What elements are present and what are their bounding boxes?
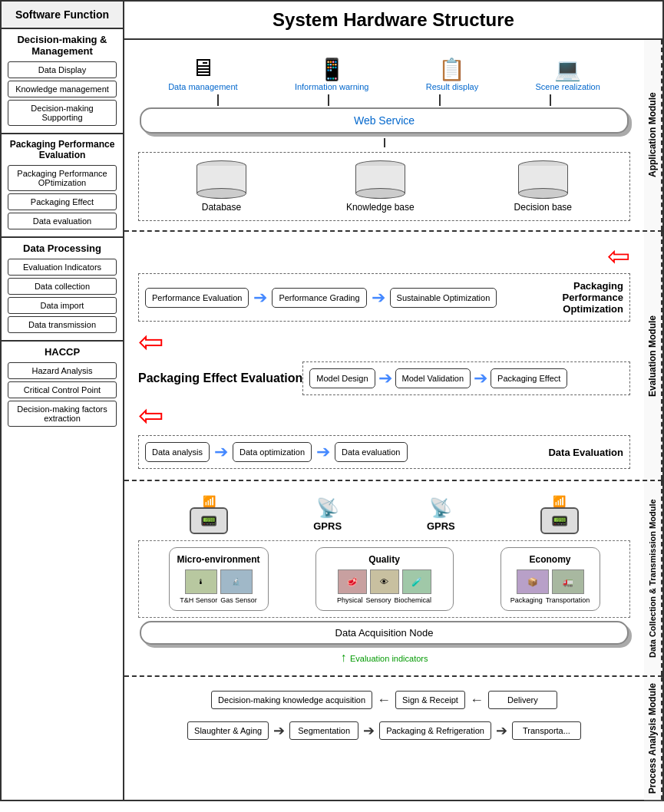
- gprs-tower2: 📡 GPRS: [427, 497, 455, 532]
- microenv-labels: T&H Sensor Gas Sensor: [180, 596, 257, 604]
- process-top-flow: Decision-making knowledge acquisition ← …: [132, 685, 636, 715]
- quality-images: 🥩 👁 🧪: [338, 569, 431, 594]
- perf-flow-row: Performance Evaluation ➔ Performance Gra…: [145, 288, 497, 308]
- red-arrow-top-row: ⇦: [132, 239, 636, 270]
- packaging-performance-title: Packaging Performance Evaluation: [5, 139, 120, 160]
- model-flow-container: Model Design ➔ Model Validation ➔ Packag…: [302, 361, 630, 395]
- phone-icon: 📱: [319, 57, 345, 82]
- main-header: System Hardware Structure: [124, 2, 662, 40]
- sidebar-item-data-import[interactable]: Data import: [8, 297, 117, 314]
- app-icon-scene: 💻 Scene realization: [535, 57, 600, 91]
- monitor-icon: 🖥: [190, 54, 215, 82]
- gas-sensor-img: 🔬: [220, 569, 253, 594]
- packaging-img: 📦: [517, 569, 549, 594]
- red-arrow-left-large2: ⇦: [138, 398, 164, 432]
- data-eval-container: Data analysis ➔ Data optimization ➔ Data…: [138, 435, 630, 469]
- sidebar-item-data-collection[interactable]: Data collection: [8, 278, 117, 295]
- software-function-title: Software Function: [15, 8, 109, 21]
- sidebar-item-data-transmission[interactable]: Data transmission: [8, 316, 117, 333]
- process-analysis-module: Decision-making knowledge acquisition ← …: [124, 677, 662, 800]
- black-arrow-1: ←: [377, 692, 391, 708]
- sidebar-item-packaging-perf-opt[interactable]: Packaging Performance OPtimization: [8, 165, 117, 191]
- gprs-row: 📶 📟 📡 GPRS 📡 GPRS: [132, 489, 636, 537]
- packaging-refrig-box: Packaging & Refrigeration: [379, 721, 491, 740]
- transporta-box: Transporta...: [512, 721, 581, 740]
- packaging-performance-section: Packaging Performance Evaluation Packagi…: [2, 134, 123, 238]
- application-content: 🖥 Data management 📱 Information warning …: [124, 40, 644, 230]
- process-bottom-flow: Slaughter & Aging ➔ Segmentation ➔ Packa…: [132, 715, 636, 746]
- biochemical-label: Biochemical: [395, 596, 432, 604]
- web-service-bar: Web Service: [140, 107, 629, 134]
- sidebar-item-decision-making-supporting[interactable]: Decision-making Supporting: [8, 100, 117, 126]
- db-decision: Decision base: [514, 160, 572, 213]
- sign-receipt-box: Sign & Receipt: [395, 691, 465, 709]
- data-acq-node-bar: Data Acquisition Node: [140, 621, 629, 645]
- packaging-effect-row: Packaging Effect Evaluation Model Design…: [138, 361, 630, 395]
- perf-grading-box: Performance Grading: [272, 288, 366, 308]
- delivery-box: Delivery: [488, 691, 557, 709]
- web-down-line: [132, 135, 636, 150]
- gprs-device-right: 📶 📟: [540, 495, 579, 534]
- data-mgmt-label: Data management: [168, 82, 238, 91]
- data-processing-title: Data Processing: [5, 243, 120, 254]
- tower-icon: 📡: [316, 497, 339, 519]
- result-display-label: Result display: [426, 82, 478, 91]
- microenv-title: Micro-environment: [177, 554, 259, 565]
- decision-making-section: Decision-making & Management Data Displa…: [2, 29, 123, 134]
- eval-indicators-up-arrow: ↑: [341, 651, 347, 664]
- scene-realization-label: Scene realization: [535, 82, 600, 91]
- sidebar-item-knowledge-mgmt[interactable]: Knowledge management: [8, 81, 117, 97]
- connector-lines: [132, 94, 636, 106]
- black-arrow-3: ➔: [273, 722, 285, 739]
- sidebar-item-packaging-effect[interactable]: Packaging Effect: [8, 193, 117, 210]
- sidebar-item-eval-indicators[interactable]: Evaluation Indicators: [8, 259, 117, 276]
- main-container: Software Function Decision-making & Mana…: [0, 0, 664, 801]
- decision-base-label: Decision base: [514, 202, 572, 213]
- th-sensor-label: T&H Sensor: [180, 596, 217, 604]
- black-arrow-4: ➔: [363, 722, 375, 739]
- sidebar-item-critical[interactable]: Critical Control Point: [8, 381, 117, 398]
- tablet-icon: 📋: [438, 57, 465, 82]
- data-eval-box: Data evaluation: [335, 442, 407, 462]
- sensory-img: 👁: [370, 569, 399, 594]
- economy-labels: Packaging Transportation: [510, 596, 590, 604]
- segmentation-box: Segmentation: [289, 721, 358, 740]
- sidebar-item-data-eval[interactable]: Data evaluation: [8, 213, 117, 229]
- transportation-label: Transportation: [546, 596, 590, 604]
- sensory-label: Sensory: [365, 596, 391, 604]
- db-database: Database: [197, 160, 246, 213]
- sidebar-item-data-display[interactable]: Data Display: [8, 61, 117, 78]
- microenv-group: Micro-environment 🌡 🔬 T&H Sensor Gas Sen…: [169, 547, 269, 611]
- tower-icon2: 📡: [429, 497, 452, 519]
- physical-img: 🥩: [338, 569, 367, 594]
- application-module: 🖥 Data management 📱 Information warning …: [124, 40, 662, 232]
- sidebar-item-hazard[interactable]: Hazard Analysis: [8, 362, 117, 379]
- gprs-tower: 📡 GPRS: [313, 497, 342, 532]
- th-sensor-img: 🌡: [185, 569, 217, 594]
- wifi-icon-right: 📶: [553, 495, 566, 507]
- app-icons-row: 🖥 Data management 📱 Information warning …: [132, 48, 636, 94]
- evaluation-content: ⇦ Performance Evaluation ➔ Performance G…: [124, 232, 644, 480]
- evaluation-module-label: Evaluation Module: [644, 232, 662, 480]
- red-arrow-middle: ⇦: [132, 325, 636, 358]
- economy-images: 📦 🚛: [517, 569, 584, 594]
- haccp-title: HACCP: [5, 346, 120, 358]
- eval-indicators-row: ↑ Evaluation indicators: [132, 648, 636, 668]
- model-validation-box: Model Validation: [395, 368, 471, 388]
- biochemical-img: 🧪: [402, 569, 431, 594]
- gas-sensor-label: Gas Sensor: [220, 596, 257, 604]
- gprs1-label: GPRS: [313, 520, 342, 532]
- perf-opt-row: Performance Evaluation ➔ Performance Gra…: [145, 280, 623, 315]
- app-icon-info-warning: 📱 Information warning: [295, 57, 369, 91]
- device-icon-right: 📟: [551, 513, 568, 530]
- haccp-section: HACCP Hazard Analysis Critical Control P…: [2, 342, 123, 800]
- device-box-right: 📟: [540, 507, 579, 534]
- sidebar-item-decision-factors[interactable]: Decision-making factors extraction: [8, 401, 117, 427]
- red-arrow-left-large: ⇦: [138, 325, 164, 358]
- process-module-label: Process Analysis Module: [644, 677, 662, 800]
- packaging-effect-box: Packaging Effect: [491, 368, 567, 388]
- data-eval-title: Data Evaluation: [540, 447, 623, 458]
- blue-arrow-5: ➔: [214, 442, 228, 462]
- black-arrow-5: ➔: [496, 722, 507, 739]
- sidebar: Software Function Decision-making & Mana…: [2, 2, 124, 800]
